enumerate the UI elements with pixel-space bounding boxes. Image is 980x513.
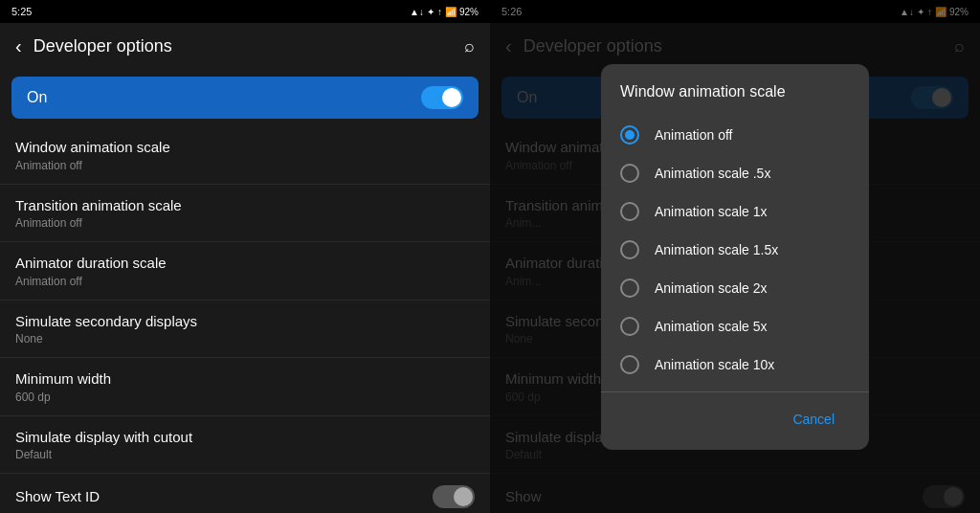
left-setting-sub-3: None xyxy=(15,332,475,346)
right-phone-panel: 5:26 ▲↓ ✦ ↑ 📶 92% ‹ Developer options ⌕ … xyxy=(490,0,980,513)
left-setting-title-4: Minimum width xyxy=(15,369,475,389)
dialog-actions: Cancel xyxy=(601,396,869,450)
radio-circle-3 xyxy=(620,240,639,259)
dialog-title: Window animation scale xyxy=(601,64,869,112)
left-phone-panel: 5:25 ▲↓ ✦ ↑ 📶 92% ‹ Developer options ⌕ … xyxy=(0,0,490,513)
left-setting-sub-4: 600 dp xyxy=(15,390,475,404)
dialog-option-4[interactable]: Animation scale 2x xyxy=(601,269,869,307)
left-page-title: Developer options xyxy=(33,36,457,56)
left-setting-sub-0: Animation off xyxy=(15,159,475,172)
cancel-button[interactable]: Cancel xyxy=(777,404,850,435)
left-setting-sub-5: Default xyxy=(15,448,475,461)
left-setting-simulate-secondary[interactable]: Simulate secondary displays None xyxy=(0,301,490,359)
radio-label-0: Animation off xyxy=(655,127,732,143)
left-setting-title-2: Animator duration scale xyxy=(15,254,475,273)
left-on-toggle-row[interactable]: On xyxy=(11,77,479,119)
radio-circle-6 xyxy=(620,355,639,374)
radio-circle-0 xyxy=(620,125,639,145)
dialog-options-list: Animation off Animation scale .5x Animat… xyxy=(601,112,869,388)
left-status-icons: ▲↓ ✦ ↑ 📶 92% xyxy=(410,7,479,17)
left-setting-title-1: Transition animation scale xyxy=(15,196,475,215)
radio-label-5: Animation scale 5x xyxy=(655,319,768,334)
left-toggle-knob xyxy=(442,88,461,107)
dialog-option-6[interactable]: Animation scale 10x xyxy=(601,346,869,384)
radio-circle-1 xyxy=(620,164,639,183)
left-setting-title-0: Window animation scale xyxy=(15,138,475,157)
left-on-label: On xyxy=(27,89,47,106)
left-setting-sub-1: Animation off xyxy=(15,216,475,230)
dialog-option-2[interactable]: Animation scale 1x xyxy=(601,192,869,231)
radio-circle-5 xyxy=(620,317,639,336)
dialog-overlay: Window animation scale Animation off Ani… xyxy=(490,0,980,513)
left-back-button[interactable]: ‹ xyxy=(8,28,30,65)
left-setting-window-animation[interactable]: Window animation scale Animation off xyxy=(0,126,490,185)
left-setting-simulate-cutout[interactable]: Simulate display with cutout Default xyxy=(0,416,490,475)
dialog-divider xyxy=(601,391,869,392)
radio-label-4: Animation scale 2x xyxy=(655,280,768,296)
radio-label-2: Animation scale 1x xyxy=(655,204,768,219)
left-setting-animator-duration[interactable]: Animator duration scale Animation off xyxy=(0,242,490,301)
radio-label-6: Animation scale 10x xyxy=(655,357,774,372)
left-setting-show-text-id[interactable]: Show Text ID xyxy=(0,474,490,513)
radio-label-3: Animation scale 1.5x xyxy=(655,242,778,257)
dialog-option-1[interactable]: Animation scale .5x xyxy=(601,154,869,192)
left-setting-sub-2: Animation off xyxy=(15,275,475,288)
radio-inner-0 xyxy=(625,130,635,140)
dialog-option-3[interactable]: Animation scale 1.5x xyxy=(601,231,869,269)
left-setting-title-6: Show Text ID xyxy=(15,487,433,506)
radio-label-1: Animation scale .5x xyxy=(655,166,770,181)
left-top-bar: ‹ Developer options ⌕ xyxy=(0,23,490,69)
left-settings-list: Window animation scale Animation off Tra… xyxy=(0,126,490,513)
radio-circle-4 xyxy=(620,279,639,298)
left-status-time: 5:25 xyxy=(11,6,32,17)
left-setting-transition-animation[interactable]: Transition animation scale Animation off xyxy=(0,185,490,243)
radio-circle-2 xyxy=(620,202,639,221)
left-setting-minimum-width[interactable]: Minimum width 600 dp xyxy=(0,358,490,416)
left-status-bar: 5:25 ▲↓ ✦ ↑ 📶 92% xyxy=(0,0,490,23)
left-setting-title-3: Simulate secondary displays xyxy=(15,312,475,331)
dialog-option-0[interactable]: Animation off xyxy=(601,116,869,154)
left-setting-title-5: Simulate display with cutout xyxy=(15,428,475,447)
dialog-option-5[interactable]: Animation scale 5x xyxy=(601,307,869,346)
window-animation-dialog: Window animation scale Animation off Ani… xyxy=(601,64,869,450)
left-on-toggle[interactable] xyxy=(421,86,463,109)
left-show-text-knob xyxy=(454,487,473,506)
left-search-icon[interactable]: ⌕ xyxy=(457,29,482,64)
left-show-text-toggle[interactable] xyxy=(433,485,475,508)
